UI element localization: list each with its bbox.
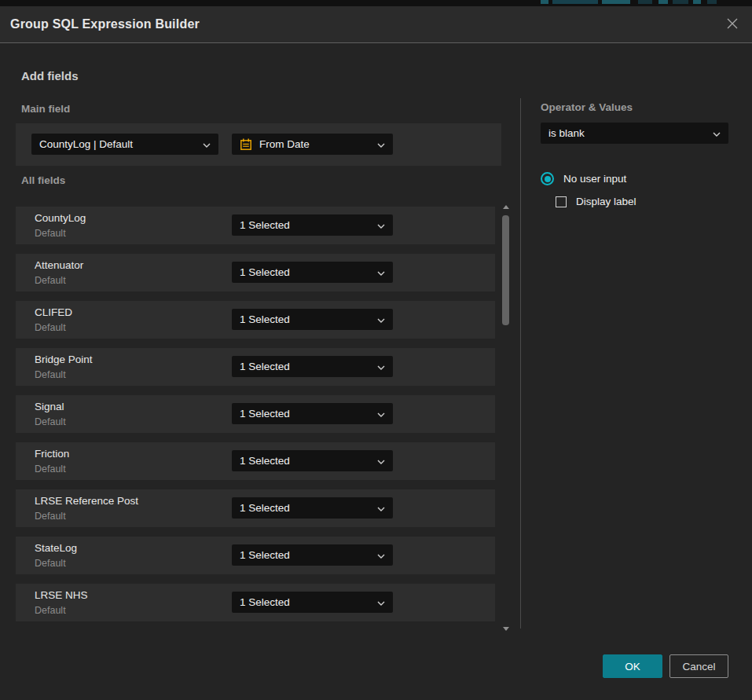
dialog-body: Group SQL Expression Builder Add fields … xyxy=(0,6,752,700)
field-selection-dropdown[interactable]: 1 Selected xyxy=(232,214,393,236)
main-field-select-value: From Date xyxy=(259,138,371,150)
field-selection-dropdown[interactable]: 1 Selected xyxy=(232,497,393,519)
add-fields-heading: Add fields xyxy=(21,69,79,82)
calendar-icon xyxy=(240,138,252,151)
field-row: Friction Default 1 Selected xyxy=(16,442,495,480)
operator-value: is blank xyxy=(548,127,706,139)
no-user-input-option[interactable]: No user input xyxy=(541,172,626,185)
chevron-down-icon xyxy=(377,313,385,325)
chevron-down-icon xyxy=(377,361,385,372)
field-subtitle: Default xyxy=(35,416,66,427)
field-selection-value: 1 Selected xyxy=(240,502,371,514)
field-name: Friction xyxy=(35,448,69,460)
field-selection-dropdown[interactable]: 1 Selected xyxy=(232,450,393,471)
dialog-titlebar: Group SQL Expression Builder xyxy=(0,6,752,43)
operator-values-heading: Operator & Values xyxy=(541,101,633,113)
all-fields-list: CountyLog Default 1 Selected Attenuator … xyxy=(16,207,495,621)
field-subtitle: Default xyxy=(35,228,66,239)
all-fields-label: All fields xyxy=(21,174,65,186)
chevron-down-icon xyxy=(377,502,385,514)
dialog-title: Group SQL Expression Builder xyxy=(10,6,200,42)
background-app-strip xyxy=(0,0,752,6)
field-selection-value: 1 Selected xyxy=(240,361,371,372)
field-row: CountyLog Default 1 Selected xyxy=(16,207,495,244)
background-fragment xyxy=(638,0,652,4)
field-name: LRSE NHS xyxy=(35,589,88,601)
layer-select-dropdown[interactable]: CountyLog | Default xyxy=(31,134,218,155)
field-selection-dropdown[interactable]: 1 Selected xyxy=(232,309,393,330)
field-selection-dropdown[interactable]: 1 Selected xyxy=(232,356,393,377)
field-name: Signal xyxy=(35,401,64,412)
field-selection-dropdown[interactable]: 1 Selected xyxy=(232,262,393,283)
chevron-down-icon xyxy=(377,219,385,231)
field-name: CLIFED xyxy=(35,306,72,318)
field-selection-dropdown[interactable]: 1 Selected xyxy=(232,544,393,566)
chevron-down-icon xyxy=(203,138,211,150)
field-selection-value: 1 Selected xyxy=(240,219,371,231)
field-subtitle: Default xyxy=(35,322,66,333)
chevron-down-icon xyxy=(713,127,721,139)
field-name: Attenuator xyxy=(35,259,83,271)
field-row: StateLog Default 1 Selected xyxy=(16,537,495,574)
close-icon xyxy=(726,17,739,32)
panel-divider xyxy=(520,98,521,629)
operator-dropdown[interactable]: is blank xyxy=(541,123,728,144)
field-selection-dropdown[interactable]: 1 Selected xyxy=(232,592,393,613)
background-fragment xyxy=(673,0,688,4)
background-fragment xyxy=(658,0,668,4)
field-selection-value: 1 Selected xyxy=(240,596,371,608)
background-fragment xyxy=(693,0,701,4)
field-selection-value: 1 Selected xyxy=(240,266,371,278)
field-name: Bridge Point xyxy=(35,354,93,365)
field-selection-value: 1 Selected xyxy=(240,455,371,467)
field-name: StateLog xyxy=(35,542,77,554)
group-sql-expression-builder-dialog: Group SQL Expression Builder Add fields … xyxy=(0,0,752,700)
chevron-down-icon xyxy=(377,596,385,608)
background-fragment xyxy=(541,0,548,4)
chevron-down-icon xyxy=(377,408,385,420)
close-button[interactable] xyxy=(724,16,741,33)
field-selection-value: 1 Selected xyxy=(240,313,371,325)
radio-selected-icon[interactable] xyxy=(541,172,554,185)
field-name: CountyLog xyxy=(35,212,86,224)
field-selection-dropdown[interactable]: 1 Selected xyxy=(232,403,393,424)
field-subtitle: Default xyxy=(35,558,66,569)
field-subtitle: Default xyxy=(35,369,66,380)
background-fragment xyxy=(552,0,598,4)
scroll-down-arrow[interactable] xyxy=(503,627,509,631)
chevron-down-icon xyxy=(377,455,385,467)
field-selection-value: 1 Selected xyxy=(240,408,371,420)
field-row: Attenuator Default 1 Selected xyxy=(16,254,495,291)
scrollbar-thumb[interactable] xyxy=(502,215,509,325)
background-fragment xyxy=(602,0,630,4)
field-row: Signal Default 1 Selected xyxy=(16,395,495,433)
field-subtitle: Default xyxy=(35,464,66,475)
checkbox-unchecked-icon[interactable] xyxy=(556,196,567,207)
background-fragment xyxy=(707,0,717,4)
no-user-input-label[interactable]: No user input xyxy=(563,173,626,185)
display-label-text[interactable]: Display label xyxy=(576,196,636,207)
field-subtitle: Default xyxy=(35,511,66,522)
field-subtitle: Default xyxy=(35,275,66,286)
ok-button[interactable]: OK xyxy=(603,654,662,678)
main-field-panel: CountyLog | Default From Date xyxy=(16,123,501,166)
field-subtitle: Default xyxy=(35,605,66,616)
field-row: CLIFED Default 1 Selected xyxy=(16,301,495,339)
scroll-up-arrow[interactable] xyxy=(503,205,509,209)
field-row: LRSE Reference Post Default 1 Selected xyxy=(16,489,495,527)
field-row: Bridge Point Default 1 Selected xyxy=(16,348,495,386)
chevron-down-icon xyxy=(377,266,385,278)
fields-list-scrollbar xyxy=(502,203,511,633)
field-selection-value: 1 Selected xyxy=(240,549,371,561)
field-name: LRSE Reference Post xyxy=(35,495,138,507)
main-field-label: Main field xyxy=(21,103,70,115)
chevron-down-icon xyxy=(377,549,385,561)
chevron-down-icon xyxy=(377,138,385,150)
cancel-button[interactable]: Cancel xyxy=(669,654,728,678)
layer-select-value: CountyLog | Default xyxy=(39,138,196,150)
main-field-select-dropdown[interactable]: From Date xyxy=(232,134,393,155)
field-row: LRSE NHS Default 1 Selected xyxy=(16,584,495,621)
display-label-option[interactable]: Display label xyxy=(556,196,636,207)
